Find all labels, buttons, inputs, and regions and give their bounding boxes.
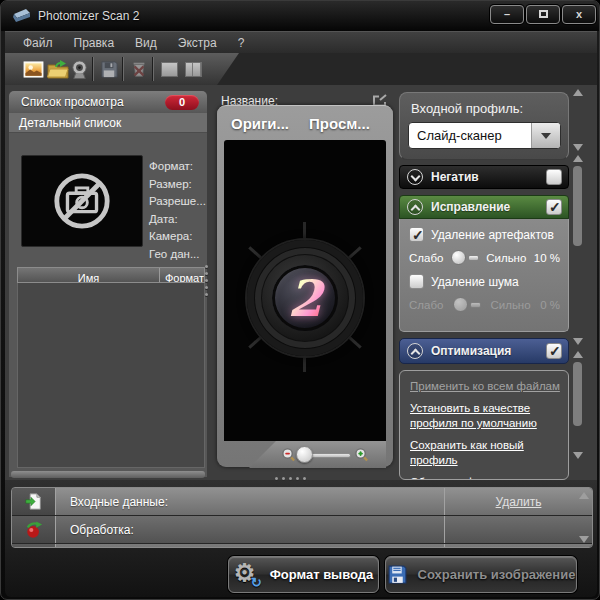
- artifacts-label: Удаление артефактов: [431, 228, 554, 242]
- weak-label: Слабо: [409, 299, 443, 311]
- lens-glass: 2: [272, 265, 338, 331]
- info-camera: Камера:: [149, 228, 206, 246]
- collapse-icon[interactable]: [407, 199, 423, 215]
- set-default-profile-link[interactable]: Установить в качестве профиля по умолчан…: [410, 401, 562, 431]
- noise-slider[interactable]: [453, 297, 481, 312]
- empty-preview-thumbnail: [21, 155, 143, 247]
- horizontal-splitter[interactable]: [11, 471, 205, 478]
- noise-label: Удаление шума: [431, 275, 519, 289]
- menu-view[interactable]: Вид: [131, 35, 161, 51]
- scroll-up-icon[interactable]: [573, 351, 583, 358]
- noise-checkbox[interactable]: [409, 274, 424, 289]
- column-format[interactable]: Формат: [160, 268, 204, 282]
- expand-icon[interactable]: [407, 169, 423, 185]
- section-correction[interactable]: Исправление: [399, 195, 569, 219]
- correction-title: Исправление: [431, 200, 538, 214]
- preview-viewport: 2: [224, 140, 386, 441]
- file-table-header: Имя Формат: [17, 267, 205, 283]
- gear-icon: ⚙↻: [234, 562, 260, 588]
- scroll-thumb[interactable]: [573, 166, 582, 246]
- tab-preview[interactable]: Просм...: [309, 115, 370, 132]
- logo-numeral: 2: [272, 265, 338, 331]
- dropdown-button[interactable]: [531, 123, 560, 148]
- artifacts-slider[interactable]: [451, 250, 479, 265]
- acquire-scanner-button[interactable]: [67, 57, 91, 81]
- zoom-slider-knob[interactable]: [296, 446, 313, 463]
- apply-to-all-link[interactable]: Применить ко всем файлам: [410, 379, 562, 394]
- artifacts-checkbox[interactable]: [409, 227, 424, 242]
- maximize-button[interactable]: [526, 5, 560, 24]
- processing-icon: [12, 516, 56, 543]
- section-optimization[interactable]: Оптимизация: [399, 338, 569, 364]
- toolbar-separator: [92, 57, 94, 81]
- file-list-area: [17, 283, 205, 468]
- scroll-thumb[interactable]: [573, 362, 582, 426]
- output-format-button[interactable]: ⚙↻ Формат вывода: [228, 556, 379, 593]
- profile-selected-value: Слайд-сканер: [409, 128, 531, 143]
- delete-input-link[interactable]: Удалить: [496, 495, 542, 509]
- scroll-up-icon[interactable]: [573, 89, 583, 96]
- artifacts-strength-row: Слабо Сильно 10 %: [409, 250, 560, 265]
- menu-edit[interactable]: Правка: [70, 35, 119, 51]
- scroll-down-icon[interactable]: [573, 144, 583, 151]
- status-row-processing: Обработка:: [12, 516, 592, 543]
- zoom-in-icon[interactable]: [354, 447, 369, 462]
- zoom-out-icon[interactable]: [281, 447, 296, 462]
- minimize-button[interactable]: –: [490, 5, 524, 24]
- collapse-icon[interactable]: [407, 343, 423, 359]
- scroll-up-icon[interactable]: [573, 155, 583, 162]
- optimization-checkbox[interactable]: [546, 343, 562, 359]
- save-floppy-icon: [387, 564, 408, 585]
- reset-profile-link[interactable]: Сброс профиля до оригинального: [410, 475, 562, 480]
- scrollbar[interactable]: [571, 87, 585, 153]
- strong-label: Сильно: [486, 252, 526, 264]
- processing-status-list: Входные данные: Удалить Обработка:: [11, 487, 593, 548]
- info-format: Формат:: [149, 158, 206, 176]
- scroll-down-icon[interactable]: [573, 338, 583, 345]
- scrollbar[interactable]: [571, 153, 585, 347]
- scroll-up-icon[interactable]: [579, 492, 589, 499]
- delete-button[interactable]: [127, 57, 151, 81]
- weak-label: Слабо: [409, 252, 443, 264]
- two-pane-icon: [185, 62, 202, 77]
- save-image-button[interactable]: Сохранить изображение: [385, 556, 577, 593]
- scrollbar[interactable]: [571, 349, 585, 461]
- save-button[interactable]: [97, 57, 121, 81]
- app-scanner-icon: [12, 8, 32, 24]
- info-date: Дата:: [149, 211, 206, 229]
- status-label: [56, 544, 444, 548]
- panel-splitter-grip[interactable]: [205, 265, 208, 296]
- status-label: Входные данные:: [56, 488, 444, 515]
- horizontal-splitter-grip[interactable]: [275, 477, 306, 480]
- split-view-button[interactable]: [181, 57, 205, 81]
- profile-select[interactable]: Слайд-сканер: [408, 122, 561, 149]
- detail-list-tab[interactable]: Детальный список: [9, 113, 207, 133]
- menu-extra[interactable]: Экстра: [174, 35, 221, 51]
- menu-help[interactable]: ?: [234, 35, 249, 51]
- input-data-icon: [12, 488, 56, 515]
- noise-value: 0 %: [540, 299, 560, 311]
- new-image-button[interactable]: [21, 57, 45, 81]
- menu-bar: Файл Правка Вид Экстра ?: [5, 31, 597, 53]
- tab-original[interactable]: Ориги...: [231, 115, 289, 132]
- column-name[interactable]: Имя: [18, 268, 160, 282]
- info-resolution: Разреше...: [149, 193, 206, 211]
- correction-checkbox[interactable]: [546, 199, 562, 215]
- menu-file[interactable]: Файл: [19, 35, 57, 51]
- title-bar[interactable]: Photomizer Scan 2 – x: [1, 1, 600, 31]
- negative-checkbox[interactable]: [546, 169, 562, 185]
- section-negative[interactable]: Негатив: [399, 165, 569, 189]
- app-window: Photomizer Scan 2 – x Файл Правка Вид Эк…: [0, 0, 600, 600]
- save-new-profile-link[interactable]: Сохранить как новый профиль: [410, 438, 562, 468]
- save-floppy-icon: [100, 60, 119, 79]
- input-profile-label: Входной профиль:: [411, 101, 523, 116]
- close-button[interactable]: x: [562, 5, 596, 24]
- open-folder-icon: [47, 60, 69, 79]
- info-geodata: Гео дан...: [149, 246, 206, 264]
- browse-list-header[interactable]: Список просмотра 0: [9, 91, 207, 113]
- window-title: Photomizer Scan 2: [38, 9, 139, 23]
- scroll-down-icon[interactable]: [579, 536, 589, 543]
- scroll-down-icon[interactable]: [573, 452, 583, 459]
- status-action-cell: [444, 544, 592, 548]
- single-view-button[interactable]: [157, 57, 181, 81]
